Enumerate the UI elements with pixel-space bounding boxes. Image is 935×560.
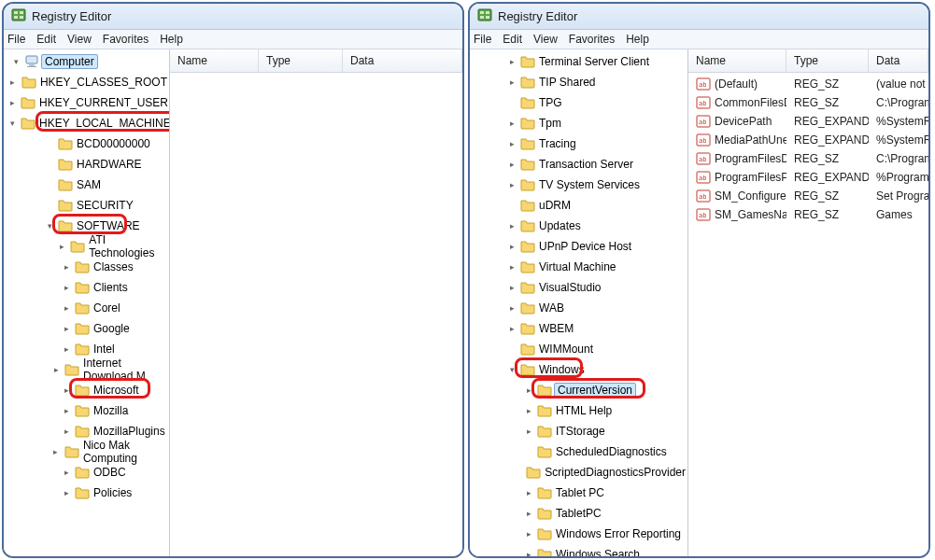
tree-item[interactable]: ScriptedDiagnosticsProvider bbox=[470, 462, 687, 483]
tree-item[interactable]: ▸HTML Help bbox=[470, 400, 687, 421]
tree-item[interactable]: ▸WAB bbox=[470, 298, 687, 318]
expander-collapsed-icon[interactable]: ▸ bbox=[505, 240, 518, 253]
expander-collapsed-icon[interactable]: ▸ bbox=[60, 384, 73, 397]
value-row[interactable]: ab(Default)REG_SZ(value not set) bbox=[688, 75, 928, 93]
expander-collapsed-icon[interactable]: ▸ bbox=[55, 240, 68, 253]
tree-item[interactable]: ▸WBEM bbox=[470, 318, 687, 339]
tree-item[interactable]: ▸Nico Mak Computing bbox=[4, 441, 169, 462]
expander-collapsed-icon[interactable]: ▸ bbox=[50, 445, 63, 458]
tree-item[interactable]: ▸HKEY_CLASSES_ROOT bbox=[4, 72, 169, 92]
tree-item[interactable]: ▸Clients bbox=[4, 277, 169, 298]
menu-view[interactable]: View bbox=[67, 33, 92, 46]
tree-item[interactable]: ▸ATI Technologies bbox=[4, 236, 169, 257]
column-data[interactable]: Data bbox=[343, 49, 462, 72]
expander-collapsed-icon[interactable]: ▸ bbox=[522, 486, 535, 499]
values-pane[interactable]: Name Type Data ab(Default)REG_SZ(value n… bbox=[688, 49, 928, 556]
expander-collapsed-icon[interactable]: ▸ bbox=[505, 117, 518, 130]
tree-item[interactable]: ▸Tracing bbox=[470, 133, 687, 154]
value-row[interactable]: abProgramFilesPathREG_EXPAND_SZ%ProgramF… bbox=[688, 168, 928, 187]
column-data[interactable]: Data bbox=[869, 49, 928, 72]
expander-collapsed-icon[interactable]: ▸ bbox=[505, 55, 518, 68]
tree-item[interactable]: ▸Internet Download M bbox=[4, 359, 169, 380]
expander-expanded-icon[interactable]: ▾ bbox=[43, 219, 56, 232]
expander-collapsed-icon[interactable]: ▸ bbox=[60, 343, 73, 356]
menu-edit[interactable]: Edit bbox=[36, 33, 56, 46]
expander-collapsed-icon[interactable]: ▸ bbox=[60, 281, 73, 294]
menu-help[interactable]: Help bbox=[160, 33, 183, 46]
tree-item[interactable]: ▸Transaction Server bbox=[470, 154, 687, 175]
tree-item[interactable]: ▸ODBC bbox=[4, 462, 169, 483]
expander-collapsed-icon[interactable]: ▸ bbox=[6, 96, 19, 109]
column-name[interactable]: Name bbox=[170, 49, 259, 72]
tree-item[interactable]: SAM bbox=[4, 175, 169, 195]
expander-collapsed-icon[interactable]: ▸ bbox=[60, 301, 73, 315]
value-row[interactable]: abDevicePathREG_EXPAND_SZ%SystemRoot%\in… bbox=[688, 112, 928, 131]
tree-item[interactable]: ▸ITStorage bbox=[470, 421, 687, 441]
menu-file[interactable]: File bbox=[7, 33, 25, 46]
tree-item[interactable]: ▸Google bbox=[4, 318, 169, 339]
column-type[interactable]: Type bbox=[786, 49, 869, 72]
expander-collapsed-icon[interactable]: ▸ bbox=[505, 137, 518, 150]
value-row[interactable]: abMediaPathUnex...REG_EXPAND_SZ%SystemRo… bbox=[688, 131, 928, 149]
expander-expanded-icon[interactable]: ▾ bbox=[505, 363, 518, 376]
expander-collapsed-icon[interactable]: ▸ bbox=[522, 507, 535, 520]
expander-collapsed-icon[interactable]: ▸ bbox=[60, 322, 73, 335]
tree-item[interactable]: ▸TIP Shared bbox=[470, 72, 687, 92]
values-pane[interactable]: Name Type Data bbox=[170, 49, 462, 556]
expander-collapsed-icon[interactable]: ▸ bbox=[60, 404, 73, 417]
tree-item[interactable]: ▸CurrentVersion bbox=[470, 380, 687, 400]
tree-pane[interactable]: ▾Computer▸HKEY_CLASSES_ROOT▸HKEY_CURRENT… bbox=[4, 49, 170, 556]
tree-item[interactable]: ▸HKEY_CURRENT_USER bbox=[4, 92, 169, 113]
tree-item[interactable]: ▾HKEY_LOCAL_MACHINE bbox=[4, 113, 169, 133]
menu-view[interactable]: View bbox=[533, 33, 558, 46]
expander-collapsed-icon[interactable]: ▸ bbox=[505, 158, 518, 171]
expander-collapsed-icon[interactable]: ▸ bbox=[50, 363, 63, 376]
tree-item[interactable]: ▸Corel bbox=[4, 298, 169, 318]
expander-collapsed-icon[interactable]: ▸ bbox=[60, 425, 73, 438]
menu-file[interactable]: File bbox=[474, 33, 491, 46]
tree-item[interactable]: BCD00000000 bbox=[4, 133, 169, 154]
menu-help[interactable]: Help bbox=[626, 33, 649, 46]
expander-collapsed-icon[interactable]: ▸ bbox=[505, 219, 518, 232]
column-type[interactable]: Type bbox=[259, 49, 343, 72]
expander-collapsed-icon[interactable]: ▸ bbox=[522, 425, 535, 438]
expander-collapsed-icon[interactable]: ▸ bbox=[505, 178, 518, 191]
tree-item[interactable]: ▸UPnP Device Host bbox=[470, 236, 687, 257]
menu-favorites[interactable]: Favorites bbox=[569, 33, 615, 46]
expander-collapsed-icon[interactable]: ▸ bbox=[505, 322, 518, 335]
expander-collapsed-icon[interactable]: ▸ bbox=[60, 260, 73, 273]
tree-item[interactable]: ▸Tablet PC bbox=[470, 483, 687, 503]
values-header[interactable]: Name Type Data bbox=[170, 49, 462, 73]
tree-item[interactable]: ▸Microsoft bbox=[4, 380, 169, 400]
tree-item[interactable]: ▸TabletPC bbox=[470, 503, 687, 524]
tree-item[interactable]: ▸Tpm bbox=[470, 113, 687, 133]
expander-collapsed-icon[interactable]: ▸ bbox=[60, 486, 73, 499]
tree-item[interactable]: SECURITY bbox=[4, 195, 169, 216]
tree-item[interactable]: ▸TV System Services bbox=[470, 175, 687, 195]
tree-item[interactable]: ▸Windows Error Reporting bbox=[470, 524, 687, 544]
tree-item[interactable]: ▸VisualStudio bbox=[470, 277, 687, 298]
expander-collapsed-icon[interactable]: ▸ bbox=[505, 281, 518, 294]
tree-item[interactable]: HARDWARE bbox=[4, 154, 169, 175]
value-row[interactable]: abProgramFilesDirREG_SZC:\Program Files bbox=[688, 149, 928, 168]
column-name[interactable]: Name bbox=[688, 49, 786, 72]
value-row[interactable]: abCommonFilesDirREG_SZC:\Program Files\C… bbox=[688, 93, 928, 112]
expander-collapsed-icon[interactable]: ▸ bbox=[505, 260, 518, 273]
value-row[interactable]: abSM_ConfigurePr...REG_SZSet Program Acc… bbox=[688, 187, 928, 205]
expander-collapsed-icon[interactable]: ▸ bbox=[522, 384, 535, 397]
value-row[interactable]: abSM_GamesNameREG_SZGames bbox=[688, 205, 928, 224]
expander-expanded-icon[interactable]: ▾ bbox=[9, 55, 22, 68]
expander-collapsed-icon[interactable]: ▸ bbox=[505, 76, 518, 89]
expander-collapsed-icon[interactable]: ▸ bbox=[7, 76, 20, 89]
tree-item[interactable]: ▸Mozilla bbox=[4, 400, 169, 421]
menu-favorites[interactable]: Favorites bbox=[103, 33, 149, 46]
menu-edit[interactable]: Edit bbox=[503, 33, 522, 46]
tree-item[interactable]: ▸Classes bbox=[4, 257, 169, 277]
tree-item[interactable]: ScheduledDiagnostics bbox=[470, 441, 687, 462]
values-header[interactable]: Name Type Data bbox=[688, 49, 928, 73]
tree-item[interactable]: ▸Terminal Server Client bbox=[470, 51, 687, 72]
expander-collapsed-icon[interactable]: ▸ bbox=[522, 404, 535, 417]
tree-pane[interactable]: ▸Terminal Server Client▸TIP SharedTPG▸Tp… bbox=[470, 49, 688, 556]
tree-item[interactable]: TPG bbox=[470, 92, 687, 113]
expander-expanded-icon[interactable]: ▾ bbox=[6, 117, 19, 130]
